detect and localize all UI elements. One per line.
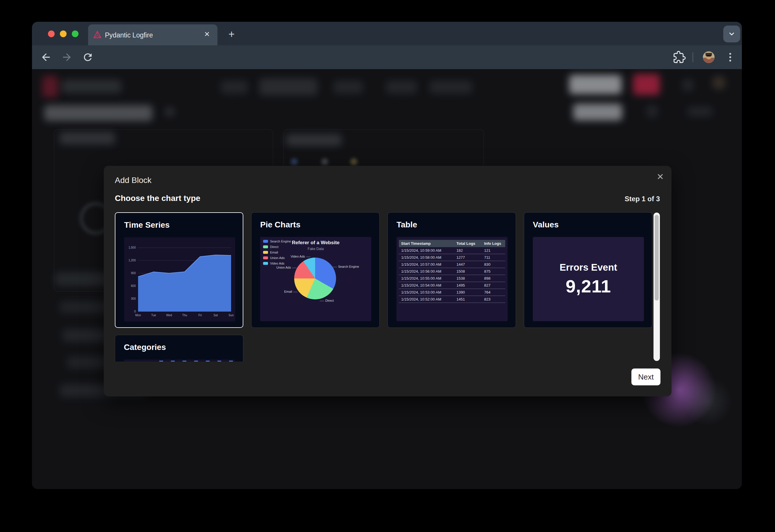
svg-text:Sat: Sat [214,314,218,317]
bar [182,361,186,362]
svg-text:0: 0 [134,310,136,313]
next-button[interactable]: Next [632,369,661,385]
pie-legend: Search EngineDirectEmailUnion AdsVideo A… [263,239,291,267]
scrollbar-track [654,213,660,361]
add-block-modal: Add Block ✕ Choose the chart type Step 1… [104,166,672,396]
metric-title: Errors Event [559,262,617,273]
browser-tab-strip: Pydantic Logfire ✕ + [32,22,742,45]
step-indicator: Step 1 of 3 [625,195,660,203]
browser-toolbar: logfire.pydantic.dev/e-hosseini/ehsan/da… [32,45,742,69]
svg-text:1,200: 1,200 [128,259,136,262]
legend-chip [263,256,268,259]
scrollbar-thumb[interactable] [655,215,659,301]
legend-chip [263,262,268,265]
legend-chip [263,240,268,243]
table-row: 1/15/2024, 10:54:00 AM1495827 [399,282,505,289]
value-preview: Errors Event 9,211 [533,237,644,321]
svg-text:300: 300 [131,297,136,300]
card-categories[interactable]: Categories [115,335,243,362]
metric-value: 9,211 [566,276,611,296]
svg-text:Tue: Tue [151,314,156,317]
card-values[interactable]: Values Errors Event 9,211 [524,212,652,328]
modal-title: Add Block [115,176,151,185]
window-close-button[interactable] [48,30,55,37]
new-tab-button[interactable]: + [229,28,235,40]
logfire-favicon-icon [93,30,102,39]
toolbar-divider [693,52,693,62]
modal-subtitle: Choose the chart type [115,194,200,203]
pie-label: Video Ads [284,255,305,258]
pie-label: Direct [325,299,334,302]
pie-label: Email [275,290,292,293]
card-title: Values [533,220,559,229]
legend-chip [263,251,268,254]
area-chart: 03006009001,2001,500MonTueWedThuFriSatSu… [124,237,235,321]
table-row: 1/15/2024, 10:53:00 AM1390764 [399,289,505,296]
svg-text:Mon: Mon [135,314,141,317]
bar [218,361,221,362]
tab-title: Pydantic Logfire [105,31,153,39]
table-row: 1/15/2024, 10:59:00 AM182121 [399,247,505,254]
bar [159,361,163,362]
svg-text:600: 600 [131,284,136,287]
card-title: Pie Charts [260,220,301,229]
table-row: 1/15/2024, 10:56:00 AM1508875 [399,268,505,275]
svg-text:900: 900 [131,272,136,275]
svg-text:Sun: Sun [229,314,234,317]
legend-item: Direct [263,245,291,249]
desktop-background: Pydantic Logfire ✕ + [0,0,775,532]
card-table[interactable]: Table Start TimestampTotal LogsInfo Logs… [388,212,516,328]
categories-preview [124,360,235,362]
svg-text:Fri: Fri [198,314,202,317]
legend-item: Email [263,250,291,254]
chevron-down-icon [728,30,735,38]
svg-text:Wed: Wed [166,314,172,317]
pie-label: Search Engine [338,265,359,268]
column-header: Info Logs [482,240,505,247]
kebab-menu-icon[interactable] [724,51,736,63]
chart-type-grid: Time Series 03006009001,2001,500MonTueWe… [115,212,653,362]
tab-close-icon[interactable]: ✕ [204,30,210,38]
time-series-preview: 03006009001,2001,500MonTueWedThuFriSatSu… [124,237,235,321]
card-title: Categories [124,343,166,352]
avatar[interactable] [702,51,715,64]
legend-item: Search Engine [263,239,291,243]
legend-chip [263,245,268,248]
close-icon[interactable]: ✕ [657,172,664,182]
pie-label: Union Ads [266,266,291,269]
svg-text:Thu: Thu [182,314,187,317]
table-row: 1/15/2024, 10:55:00 AM1538898 [399,275,505,282]
legend-item: Video Ads [263,261,291,265]
pie-chart [294,258,336,299]
extensions-icon[interactable] [673,51,686,64]
column-header: Total Logs [454,240,482,247]
browser-tab[interactable]: Pydantic Logfire ✕ [88,24,218,45]
table-row: 1/15/2024, 10:57:00 AM1447830 [399,261,505,268]
bar [171,361,175,362]
browser-window: Pydantic Logfire ✕ + [32,22,742,489]
tab-search-button[interactable] [723,26,740,42]
pie-chart-preview: Referer of a Website Fake Data Search En… [260,237,371,321]
window-zoom-button[interactable] [72,30,78,37]
card-time-series[interactable]: Time Series 03006009001,2001,500MonTueWe… [115,212,243,328]
logs-table: Start TimestampTotal LogsInfo Logs 1/15/… [399,240,505,303]
card-title: Table [397,220,417,229]
window-minimize-button[interactable] [60,30,67,37]
table-row: 1/15/2024, 10:52:00 AM1451823 [399,296,505,303]
forward-icon[interactable] [61,51,73,63]
svg-text:1,500: 1,500 [128,246,136,249]
back-icon[interactable] [40,51,52,63]
reload-icon[interactable] [82,51,94,63]
table-header-row: Start TimestampTotal LogsInfo Logs [399,240,505,247]
bar [229,361,233,362]
table-row: 1/15/2024, 10:58:00 AM1277711 [399,254,505,261]
column-header: Start Timestamp [399,240,454,247]
bar [206,361,210,362]
card-pie-charts[interactable]: Pie Charts Referer of a Website Fake Dat… [251,212,380,328]
table-preview: Start TimestampTotal LogsInfo Logs 1/15/… [397,237,507,321]
card-title: Time Series [124,220,170,230]
bar [194,361,198,362]
blurred-gray-glow [683,377,733,426]
